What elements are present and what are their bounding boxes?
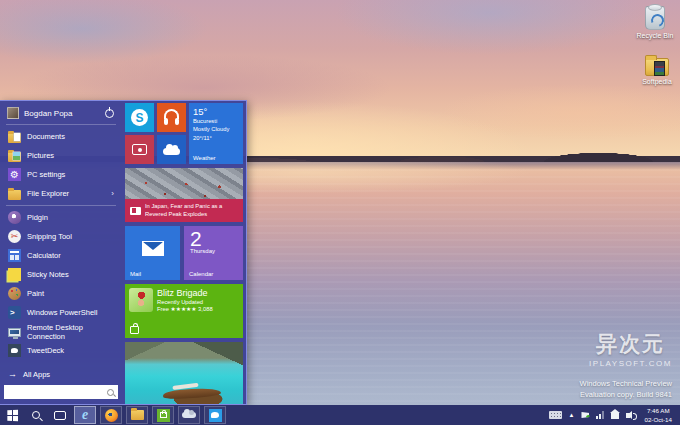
- user-name: Bogdan Popa: [24, 109, 100, 118]
- sidebar-item-documents[interactable]: Documents: [0, 127, 122, 146]
- desktop-icon-softpedia[interactable]: Softpedia: [628, 58, 680, 85]
- sidebar-item-label: PC settings: [27, 170, 65, 179]
- gear-icon: ⚙: [8, 168, 21, 181]
- search-icon: [32, 411, 40, 419]
- pidgin-icon: [8, 211, 21, 224]
- taskbar-search-button[interactable]: [24, 405, 48, 425]
- sidebar-item-paint[interactable]: Paint: [0, 284, 122, 303]
- volume-icon[interactable]: [626, 413, 630, 418]
- game-info: Blitz Brigade Recently Updated Free ★★★★…: [157, 288, 213, 312]
- tile-blitz-brigade[interactable]: Blitz Brigade Recently Updated Free ★★★★…: [125, 284, 243, 338]
- divider: [6, 124, 116, 125]
- onedrive-cloud-icon: [182, 412, 196, 418]
- headphones-icon: [164, 109, 179, 119]
- twitter-icon: [209, 409, 222, 422]
- firefox-taskbar-button[interactable]: [100, 406, 122, 424]
- tile-skype[interactable]: S: [125, 103, 154, 132]
- iplaysoft-logo: 异次元: [589, 330, 672, 358]
- network-icon[interactable]: [596, 411, 604, 419]
- folder-icon: [645, 58, 669, 76]
- iplaysoft-site-url: IPLAYSOFT.COM: [589, 359, 672, 368]
- weather-temp: 15°: [193, 106, 239, 117]
- tile-calendar[interactable]: 2 Thursday Calendar: [184, 226, 243, 280]
- blitz-brigade-app-icon: [129, 288, 153, 312]
- power-icon[interactable]: [105, 109, 114, 118]
- sidebar-item-label: Calculator: [27, 251, 61, 260]
- sidebar-item-calculator[interactable]: Calculator: [0, 246, 122, 265]
- sidebar-item-label: Windows PowerShell: [27, 308, 97, 317]
- arrow-right-icon: →: [8, 369, 17, 379]
- ime-language-icon[interactable]: [611, 413, 619, 419]
- tile-camera[interactable]: [125, 135, 154, 164]
- sidebar-item-tweetdeck[interactable]: TweetDeck: [0, 341, 122, 360]
- sticky-notes-icon: [8, 268, 21, 281]
- touch-keyboard-icon[interactable]: [549, 411, 562, 419]
- tile-onedrive[interactable]: [157, 135, 186, 164]
- newspaper-icon: [130, 207, 141, 215]
- file-explorer-taskbar-button[interactable]: [126, 406, 148, 424]
- start-menu-left-column: Bogdan Popa Documents Pictures ⚙ PC sett…: [0, 101, 122, 404]
- taskbar: e ▲ 7:46 AM 02-Oct-14: [0, 405, 680, 425]
- system-tray: ▲ 7:46 AM 02-Oct-14: [549, 405, 680, 425]
- task-view-button[interactable]: [48, 405, 72, 425]
- desktop-icon-label: Softpedia: [628, 78, 680, 85]
- sidebar-item-snipping-tool[interactable]: ✂ Snipping Tool: [0, 227, 122, 246]
- chevron-right-icon: ›: [111, 189, 114, 198]
- store-taskbar-button[interactable]: [152, 406, 174, 424]
- watermark-line2: Evaluation copy. Build 9841: [580, 390, 672, 401]
- taskbar-clock[interactable]: 7:46 AM 02-Oct-14: [640, 406, 676, 425]
- start-search-box[interactable]: [4, 385, 118, 399]
- tile-weather[interactable]: 15° Bucuresti Mostly Cloudy 20°/11° Weat…: [189, 103, 243, 164]
- game-subtitle: Recently Updated: [157, 299, 213, 305]
- sidebar-item-sticky-notes[interactable]: Sticky Notes: [0, 265, 122, 284]
- game-title: Blitz Brigade: [157, 288, 213, 298]
- camera-icon: [132, 144, 147, 155]
- tile-photos[interactable]: [125, 342, 243, 404]
- paint-palette-icon: [8, 287, 21, 300]
- tile-label: Calendar: [189, 271, 213, 277]
- tweetdeck-bird-icon: [8, 344, 21, 357]
- folder-icon: [131, 410, 144, 420]
- documents-folder-icon: [8, 133, 21, 143]
- action-center-flag-icon[interactable]: [581, 412, 589, 418]
- sidebar-item-pictures[interactable]: Pictures: [0, 146, 122, 165]
- tile-label: Weather: [193, 155, 216, 161]
- sidebar-item-label: Remote Desktop Connection: [27, 323, 114, 341]
- pictures-folder-icon: [8, 152, 21, 162]
- tile-music[interactable]: [157, 103, 186, 132]
- internet-explorer-taskbar-button[interactable]: e: [74, 406, 96, 424]
- onedrive-taskbar-button[interactable]: [178, 406, 200, 424]
- tile-news[interactable]: In Japan, Fear and Panic as a Revered Pe…: [125, 168, 243, 222]
- user-account-row[interactable]: Bogdan Popa: [0, 104, 122, 122]
- scissors-icon: ✂: [8, 230, 21, 243]
- sidebar-item-pc-settings[interactable]: ⚙ PC settings: [0, 165, 122, 184]
- sidebar-item-file-explorer[interactable]: File Explorer ›: [0, 184, 122, 203]
- start-button[interactable]: [0, 405, 24, 425]
- twitter-taskbar-button[interactable]: [204, 406, 226, 424]
- sidebar-item-label: Pidgin: [27, 213, 48, 222]
- all-apps-button[interactable]: → All Apps: [0, 366, 122, 382]
- envelope-icon: [142, 241, 164, 256]
- monitor-icon: [8, 328, 21, 337]
- news-banner: In Japan, Fear and Panic as a Revered Pe…: [125, 199, 243, 222]
- store-bag-icon: [160, 412, 167, 418]
- internet-explorer-icon: e: [82, 408, 88, 422]
- taskbar-left: e: [0, 405, 228, 425]
- calendar-weekday: Thursday: [190, 248, 237, 254]
- start-search-input[interactable]: [4, 385, 107, 399]
- all-apps-label: All Apps: [23, 370, 50, 379]
- evaluation-watermark: Windows Technical Preview Evaluation cop…: [580, 379, 672, 401]
- sidebar-item-label: Pictures: [27, 151, 54, 160]
- store-icon: [157, 409, 170, 422]
- clock-time: 7:46 AM: [644, 406, 672, 415]
- sidebar-item-windows-powershell[interactable]: > Windows PowerShell: [0, 303, 122, 322]
- sidebar-item-label: Paint: [27, 289, 44, 298]
- show-hidden-icons-button[interactable]: ▲: [569, 412, 575, 418]
- sidebar-item-label: File Explorer: [27, 189, 69, 198]
- sidebar-item-pidgin[interactable]: Pidgin: [0, 208, 122, 227]
- tile-mail[interactable]: Mail: [125, 226, 180, 280]
- sidebar-item-remote-desktop[interactable]: Remote Desktop Connection: [0, 322, 122, 341]
- sidebar-item-label: TweetDeck: [27, 346, 64, 355]
- sidebar-item-label: Sticky Notes: [27, 270, 69, 279]
- desktop-icon-recycle-bin[interactable]: Recycle Bin: [626, 6, 680, 39]
